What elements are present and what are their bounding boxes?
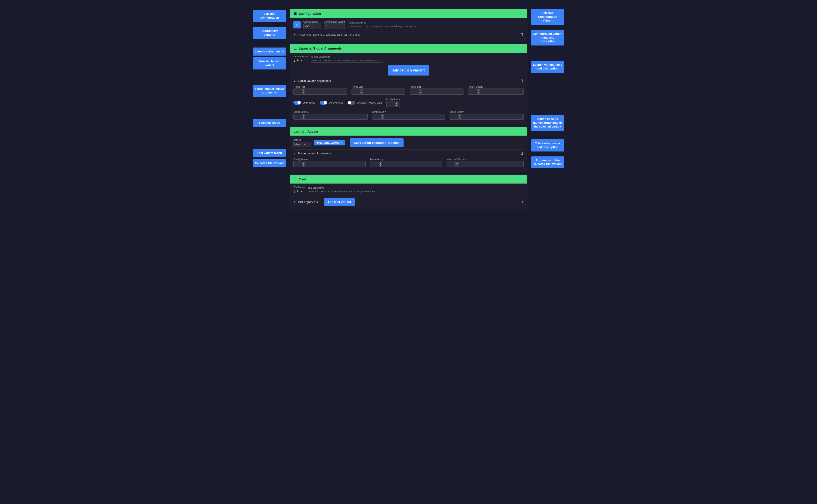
max-workers-up[interactable]: ▲ bbox=[455, 162, 458, 164]
do-process-toggle[interactable]: Do Process bbox=[294, 101, 315, 105]
frame-step-up[interactable]: ▲ bbox=[419, 89, 422, 91]
config-start-y-field: Config Start Y 1 ▲ ▼ bbox=[372, 111, 445, 120]
trial-info-field: Trial variant info bbox=[308, 187, 380, 193]
config-start-y-input[interactable]: 1 bbox=[373, 115, 380, 118]
config-count-x-up[interactable]: ▲ bbox=[302, 114, 305, 117]
doc-icon-launch[interactable]: 🗒 bbox=[520, 79, 523, 83]
config-groups-field: Config Groups 1 ▲ ▼ bbox=[294, 158, 366, 167]
config-start-y-up[interactable]: ▲ bbox=[381, 114, 384, 117]
add-launch-variant-callout: Add launch variant bbox=[388, 65, 429, 76]
config-count-y-up[interactable]: ▲ bbox=[458, 114, 461, 117]
trial-variant-arrow: ▼ bbox=[300, 190, 303, 193]
frame-groups-spinbox[interactable]: 1 ▲ ▼ bbox=[370, 161, 442, 167]
frame-step-spinbox[interactable]: 1 ▲ ▼ bbox=[410, 89, 463, 95]
ann-selected-config: Selected Configuration bbox=[253, 10, 286, 22]
frame-first-up[interactable]: ▲ bbox=[302, 89, 305, 91]
config-start-y-spinbox[interactable]: 1 ▲ ▼ bbox=[372, 114, 445, 120]
frame-first-down[interactable]: ▼ bbox=[302, 92, 305, 94]
project-variant-info-input[interactable] bbox=[348, 24, 419, 28]
config-start-x-down[interactable]: ▼ bbox=[395, 104, 398, 106]
config-start-x-label: Config Start X bbox=[386, 98, 400, 101]
config-start-x-spinbox[interactable]: 1 ▲ ▼ bbox=[386, 101, 400, 107]
max-workers-spinbox[interactable]: 1 ▲ ▼ bbox=[447, 161, 523, 167]
render-quality-field: Render Quality 4 ▲ ▼ bbox=[468, 86, 523, 95]
render-quality-input[interactable]: 4 bbox=[469, 90, 476, 93]
frame-groups-input[interactable]: 1 bbox=[371, 163, 378, 166]
do-store-toggle[interactable]: Do Store Process Data bbox=[348, 101, 382, 105]
config-start-x-up[interactable]: ▲ bbox=[395, 102, 398, 104]
configurations-field: Configurations ex1 ▼ bbox=[303, 21, 321, 29]
prepare-launch-button[interactable]: PREPARE LAUNCH bbox=[314, 140, 345, 145]
configuration-panel-header: ☰ Configuration bbox=[290, 9, 527, 18]
frame-groups-label: Frame Groups bbox=[370, 158, 442, 161]
actions-dropdown[interactable]: depth ▼ bbox=[294, 142, 311, 147]
add-trial-variant-button[interactable]: + bbox=[296, 189, 299, 194]
trial-variant-field: Trial Variant 1 + ▼ bbox=[294, 186, 305, 194]
ann-launch-variant-menu: Launch variant menu bbox=[253, 48, 286, 56]
config-start-x-field: Config Start X 1 ▲ ▼ bbox=[386, 98, 400, 107]
doc-icon-action[interactable]: 🗒 bbox=[520, 151, 523, 156]
do-store-label: Do Store Process Data bbox=[356, 101, 382, 104]
add-launch-variant-button[interactable]: + bbox=[296, 58, 299, 63]
frame-last-down[interactable]: ▼ bbox=[360, 92, 363, 94]
config-count-y-down[interactable]: ▼ bbox=[458, 117, 461, 119]
launch-info-input[interactable] bbox=[311, 59, 383, 63]
config-start-y-down[interactable]: ▼ bbox=[381, 117, 384, 119]
config-start-x-input[interactable]: 1 bbox=[387, 103, 394, 106]
doc-icon-trial[interactable]: 🗒 bbox=[520, 200, 523, 204]
launch-variant-row: Launch Variant 1 + ▼ Launch variant info bbox=[294, 55, 523, 63]
launch-variant-arrow: ▼ bbox=[300, 59, 303, 62]
config-variant-dropdown[interactable]: 1 ▼ bbox=[324, 24, 345, 29]
ann-trial-variant-name: Trial variant name and description bbox=[531, 139, 564, 151]
action-top-row: Actions depth ▼ PREPARE LAUNCH Start act… bbox=[294, 138, 523, 147]
frame-last-up[interactable]: ▲ bbox=[360, 89, 363, 91]
do-overwrite-track[interactable] bbox=[320, 101, 327, 105]
frame-first-field: Frame First 0 ▲ ▼ bbox=[294, 86, 347, 95]
frame-first-label: Frame First bbox=[294, 86, 347, 88]
ann-config-variant-desc: Configuration variant name and descripti… bbox=[531, 30, 564, 46]
max-workers-input[interactable]: 1 bbox=[448, 163, 454, 166]
render-quality-spinbox[interactable]: 4 ▲ ▼ bbox=[468, 89, 523, 95]
config-groups-spinbox[interactable]: 1 ▲ ▼ bbox=[294, 161, 366, 167]
render-quality-up[interactable]: ▲ bbox=[477, 89, 480, 91]
config-count-y-label: Config Count Y bbox=[450, 111, 523, 113]
action-panel: Launch: Action Actions depth ▼ PREPARE L… bbox=[290, 127, 527, 172]
frame-groups-down[interactable]: ▼ bbox=[379, 164, 382, 167]
frame-last-spinbox[interactable]: 0 ▲ ▼ bbox=[352, 89, 405, 95]
frame-step-down[interactable]: ▼ bbox=[419, 92, 422, 94]
action-args-section-row: ▲ Action Launch Arguments 🗒 bbox=[294, 149, 523, 156]
frame-first-spinbox[interactable]: 0 ▲ ▼ bbox=[294, 89, 347, 95]
frame-args-grid: Frame First 0 ▲ ▼ Frame Last 0 bbox=[294, 84, 523, 96]
config-count-x-input[interactable]: 2 bbox=[295, 115, 301, 118]
action-panel-title: Launch: Action bbox=[294, 130, 318, 133]
trial-args-label: Trial Arguments bbox=[298, 201, 318, 204]
configurations-dropdown[interactable]: ex1 ▼ bbox=[303, 24, 321, 29]
frame-groups-up[interactable]: ▲ bbox=[379, 162, 382, 164]
do-store-track[interactable] bbox=[348, 101, 355, 105]
eye-button[interactable]: 👁 bbox=[294, 21, 301, 28]
max-workers-down[interactable]: ▼ bbox=[455, 164, 458, 167]
config-count-y-spinbox[interactable]: 2 ▲ ▼ bbox=[450, 114, 523, 120]
project-variant-info-label: Project variant info bbox=[348, 22, 419, 24]
frame-first-input[interactable]: 0 bbox=[295, 90, 301, 93]
config-variant-value: 1 bbox=[326, 25, 328, 28]
trial-variant-value: 1 bbox=[294, 190, 295, 193]
config-groups-down[interactable]: ▼ bbox=[302, 164, 305, 167]
doc-icon-config[interactable]: 🗒 bbox=[520, 33, 523, 37]
do-overwrite-toggle[interactable]: Do Overwrite bbox=[320, 101, 343, 105]
config-count-x-down[interactable]: ▼ bbox=[302, 117, 305, 119]
ann-selected-action: Selected action bbox=[253, 119, 286, 127]
do-overwrite-label: Do Overwrite bbox=[329, 101, 343, 104]
config-variant-label: Configuration Variant bbox=[324, 21, 345, 23]
do-process-track[interactable] bbox=[294, 101, 301, 105]
main-ui: ☰ Configuration 👁 Configurations ex1 ▼ C… bbox=[287, 4, 530, 214]
config-count-y-input[interactable]: 2 bbox=[451, 115, 457, 118]
config-count-x-spinbox[interactable]: 2 ▲ ▼ bbox=[294, 114, 368, 120]
trial-info-input[interactable] bbox=[308, 190, 380, 193]
render-quality-down[interactable]: ▼ bbox=[477, 92, 480, 94]
config-groups-input[interactable]: 1 bbox=[295, 163, 301, 166]
config-groups-up[interactable]: ▲ bbox=[302, 162, 305, 164]
frame-step-input[interactable]: 1 bbox=[411, 90, 418, 93]
frame-last-input[interactable]: 0 bbox=[353, 90, 359, 93]
ann-add-remove: Add/Remove variants bbox=[253, 27, 286, 39]
